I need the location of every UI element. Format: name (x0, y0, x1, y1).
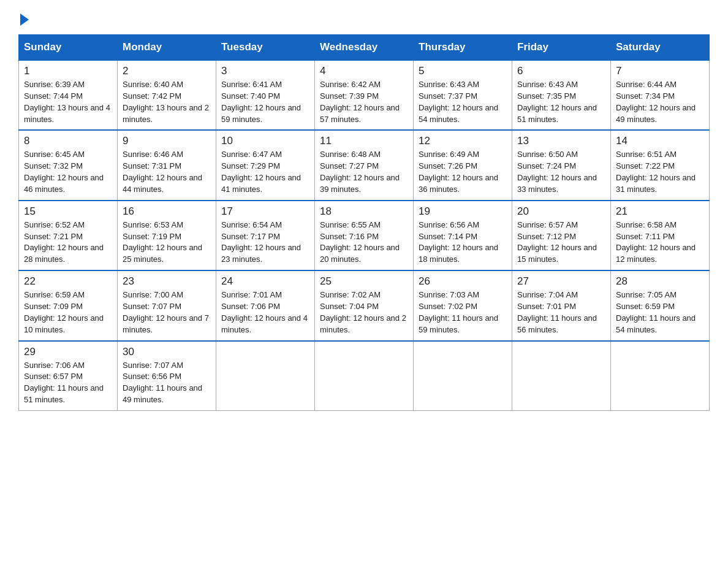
calendar-cell: 26 Sunrise: 7:03 AMSunset: 7:02 PMDaylig… (414, 270, 512, 340)
day-info: Sunrise: 6:58 AMSunset: 7:11 PMDaylight:… (616, 220, 704, 266)
day-info: Sunrise: 6:55 AMSunset: 7:16 PMDaylight:… (320, 220, 408, 266)
day-info: Sunrise: 7:02 AMSunset: 7:04 PMDaylight:… (320, 289, 408, 335)
calendar-cell (414, 341, 512, 411)
day-number: 22 (24, 275, 112, 288)
calendar-week-row: 15 Sunrise: 6:52 AMSunset: 7:21 PMDaylig… (19, 201, 710, 270)
calendar-cell: 7 Sunrise: 6:44 AMSunset: 7:34 PMDayligh… (611, 60, 710, 130)
day-info: Sunrise: 6:52 AMSunset: 7:21 PMDaylight:… (24, 220, 112, 266)
day-info: Sunrise: 7:03 AMSunset: 7:02 PMDaylight:… (419, 289, 507, 335)
calendar-header-row: SundayMondayTuesdayWednesdayThursdayFrid… (19, 35, 710, 61)
calendar-cell: 17 Sunrise: 6:54 AMSunset: 7:17 PMDaylig… (216, 201, 315, 270)
day-info: Sunrise: 6:46 AMSunset: 7:31 PMDaylight:… (123, 149, 211, 195)
day-info: Sunrise: 7:05 AMSunset: 6:59 PMDaylight:… (616, 289, 704, 335)
logo (18, 12, 29, 23)
calendar-cell: 23 Sunrise: 7:00 AMSunset: 7:07 PMDaylig… (118, 270, 216, 340)
calendar-cell (512, 341, 611, 411)
day-number: 15 (24, 205, 112, 218)
calendar-cell: 10 Sunrise: 6:47 AMSunset: 7:29 PMDaylig… (216, 130, 315, 200)
day-number: 14 (616, 135, 704, 147)
calendar-week-row: 8 Sunrise: 6:45 AMSunset: 7:32 PMDayligh… (19, 130, 710, 200)
day-number: 8 (24, 135, 112, 147)
weekday-header-thursday: Thursday (414, 35, 512, 61)
calendar-cell (611, 341, 710, 411)
day-info: Sunrise: 7:06 AMSunset: 6:57 PMDaylight:… (24, 360, 112, 406)
day-number: 6 (517, 65, 605, 77)
day-number: 2 (123, 65, 211, 77)
day-number: 30 (123, 346, 211, 358)
calendar-cell: 1 Sunrise: 6:39 AMSunset: 7:44 PMDayligh… (19, 60, 118, 130)
calendar-cell: 5 Sunrise: 6:43 AMSunset: 7:37 PMDayligh… (414, 60, 512, 130)
day-info: Sunrise: 6:48 AMSunset: 7:27 PMDaylight:… (320, 149, 408, 195)
day-number: 23 (123, 275, 211, 288)
calendar-cell: 15 Sunrise: 6:52 AMSunset: 7:21 PMDaylig… (19, 201, 118, 270)
weekday-header-monday: Monday (118, 35, 216, 61)
weekday-header-wednesday: Wednesday (315, 35, 414, 61)
day-info: Sunrise: 7:04 AMSunset: 7:01 PMDaylight:… (517, 289, 605, 335)
day-info: Sunrise: 6:53 AMSunset: 7:19 PMDaylight:… (123, 220, 211, 266)
day-info: Sunrise: 6:44 AMSunset: 7:34 PMDaylight:… (616, 79, 704, 125)
calendar-week-row: 1 Sunrise: 6:39 AMSunset: 7:44 PMDayligh… (19, 60, 710, 130)
day-number: 20 (517, 205, 605, 218)
day-number: 27 (517, 275, 605, 288)
day-number: 25 (320, 275, 408, 288)
day-info: Sunrise: 6:57 AMSunset: 7:12 PMDaylight:… (517, 220, 605, 266)
calendar-cell: 13 Sunrise: 6:50 AMSunset: 7:24 PMDaylig… (512, 130, 611, 200)
page-header (18, 12, 710, 23)
day-number: 3 (221, 65, 309, 77)
calendar-cell: 16 Sunrise: 6:53 AMSunset: 7:19 PMDaylig… (118, 201, 216, 270)
day-info: Sunrise: 7:07 AMSunset: 6:56 PMDaylight:… (123, 360, 211, 406)
calendar-cell: 6 Sunrise: 6:43 AMSunset: 7:35 PMDayligh… (512, 60, 611, 130)
day-number: 10 (221, 135, 309, 147)
calendar-week-row: 29 Sunrise: 7:06 AMSunset: 6:57 PMDaylig… (19, 341, 710, 411)
calendar-cell: 2 Sunrise: 6:40 AMSunset: 7:42 PMDayligh… (118, 60, 216, 130)
day-info: Sunrise: 6:49 AMSunset: 7:26 PMDaylight:… (419, 149, 507, 195)
day-number: 28 (616, 275, 704, 288)
weekday-header-tuesday: Tuesday (216, 35, 315, 61)
day-number: 1 (24, 65, 112, 77)
weekday-header-saturday: Saturday (611, 35, 710, 61)
day-number: 4 (320, 65, 408, 77)
calendar-cell: 25 Sunrise: 7:02 AMSunset: 7:04 PMDaylig… (315, 270, 414, 340)
calendar-cell: 9 Sunrise: 6:46 AMSunset: 7:31 PMDayligh… (118, 130, 216, 200)
day-number: 17 (221, 205, 309, 218)
day-number: 18 (320, 205, 408, 218)
calendar-cell: 22 Sunrise: 6:59 AMSunset: 7:09 PMDaylig… (19, 270, 118, 340)
calendar-cell: 27 Sunrise: 7:04 AMSunset: 7:01 PMDaylig… (512, 270, 611, 340)
calendar-table: SundayMondayTuesdayWednesdayThursdayFrid… (18, 34, 710, 411)
day-number: 9 (123, 135, 211, 147)
weekday-header-sunday: Sunday (19, 35, 118, 61)
calendar-cell: 30 Sunrise: 7:07 AMSunset: 6:56 PMDaylig… (118, 341, 216, 411)
day-info: Sunrise: 6:56 AMSunset: 7:14 PMDaylight:… (419, 220, 507, 266)
day-info: Sunrise: 6:39 AMSunset: 7:44 PMDaylight:… (24, 79, 112, 125)
day-info: Sunrise: 6:41 AMSunset: 7:40 PMDaylight:… (221, 79, 309, 125)
day-info: Sunrise: 6:42 AMSunset: 7:39 PMDaylight:… (320, 79, 408, 125)
calendar-cell: 11 Sunrise: 6:48 AMSunset: 7:27 PMDaylig… (315, 130, 414, 200)
day-number: 11 (320, 135, 408, 147)
day-info: Sunrise: 6:40 AMSunset: 7:42 PMDaylight:… (123, 79, 211, 125)
calendar-cell: 18 Sunrise: 6:55 AMSunset: 7:16 PMDaylig… (315, 201, 414, 270)
calendar-week-row: 22 Sunrise: 6:59 AMSunset: 7:09 PMDaylig… (19, 270, 710, 340)
calendar-cell: 8 Sunrise: 6:45 AMSunset: 7:32 PMDayligh… (19, 130, 118, 200)
day-info: Sunrise: 6:50 AMSunset: 7:24 PMDaylight:… (517, 149, 605, 195)
day-number: 16 (123, 205, 211, 218)
day-info: Sunrise: 6:47 AMSunset: 7:29 PMDaylight:… (221, 149, 309, 195)
day-number: 7 (616, 65, 704, 77)
day-number: 13 (517, 135, 605, 147)
logo-triangle-icon (20, 13, 29, 26)
day-info: Sunrise: 6:59 AMSunset: 7:09 PMDaylight:… (24, 289, 112, 335)
day-number: 29 (24, 346, 112, 358)
calendar-cell: 20 Sunrise: 6:57 AMSunset: 7:12 PMDaylig… (512, 201, 611, 270)
calendar-cell: 3 Sunrise: 6:41 AMSunset: 7:40 PMDayligh… (216, 60, 315, 130)
day-info: Sunrise: 6:51 AMSunset: 7:22 PMDaylight:… (616, 149, 704, 195)
calendar-cell: 4 Sunrise: 6:42 AMSunset: 7:39 PMDayligh… (315, 60, 414, 130)
day-number: 24 (221, 275, 309, 288)
day-info: Sunrise: 6:43 AMSunset: 7:37 PMDaylight:… (419, 79, 507, 125)
day-number: 5 (419, 65, 507, 77)
day-info: Sunrise: 6:54 AMSunset: 7:17 PMDaylight:… (221, 220, 309, 266)
weekday-header-friday: Friday (512, 35, 611, 61)
calendar-cell: 21 Sunrise: 6:58 AMSunset: 7:11 PMDaylig… (611, 201, 710, 270)
calendar-cell: 29 Sunrise: 7:06 AMSunset: 6:57 PMDaylig… (19, 341, 118, 411)
calendar-cell (216, 341, 315, 411)
day-info: Sunrise: 6:45 AMSunset: 7:32 PMDaylight:… (24, 149, 112, 195)
day-number: 21 (616, 205, 704, 218)
